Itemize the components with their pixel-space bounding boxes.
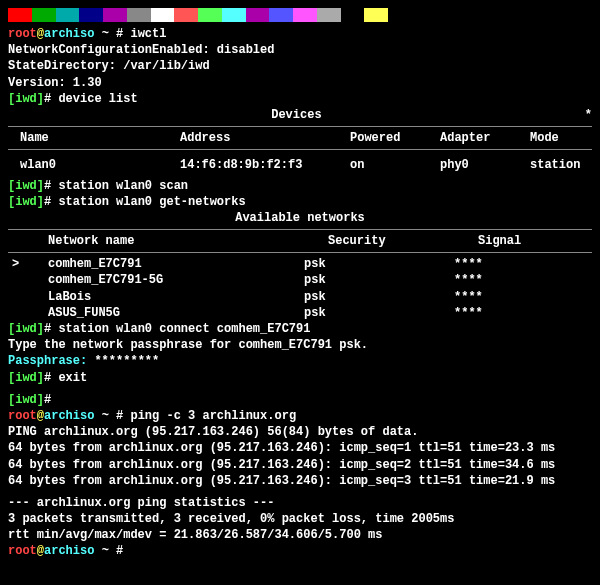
net-name: LaBois bbox=[32, 289, 304, 305]
network-row: ASUS_FUN5Gpsk**** bbox=[8, 305, 592, 321]
ping-reply: 64 bytes from archlinux.org (95.217.163.… bbox=[8, 473, 592, 489]
sym: # bbox=[116, 27, 130, 41]
device-headers: Name Address Powered Adapter Mode bbox=[8, 130, 592, 146]
passphrase-label: Passphrase: bbox=[8, 354, 94, 368]
cmd: station wlan0 get-networks bbox=[58, 195, 245, 209]
ping-reply: 64 bytes from archlinux.org (95.217.163.… bbox=[8, 457, 592, 473]
passphrase-prompt: Type the network passphrase for comhem_E… bbox=[8, 337, 592, 353]
prompt-line-final[interactable]: root@archiso ~ # bbox=[8, 543, 592, 559]
net-security: psk bbox=[304, 289, 454, 305]
col-adapter: Adapter bbox=[440, 130, 530, 146]
network-headers: Network name Security Signal bbox=[8, 233, 592, 249]
asterisk-icon: * bbox=[585, 107, 592, 123]
col-mode: Mode bbox=[530, 130, 559, 146]
config-line: NetworkConfigurationEnabled: disabled bbox=[8, 42, 592, 58]
host: archiso bbox=[44, 27, 94, 41]
iwd-label: iwd bbox=[15, 92, 37, 106]
ping-stats: 3 packets transmitted, 3 received, 0% pa… bbox=[8, 511, 592, 527]
cmd: device list bbox=[58, 92, 137, 106]
rule bbox=[8, 229, 592, 230]
rule bbox=[8, 126, 592, 127]
selector-icon bbox=[8, 289, 32, 305]
selector-icon: > bbox=[8, 256, 32, 272]
col-name: Name bbox=[8, 130, 180, 146]
ping-stats-header: --- archlinux.org ping statistics --- bbox=[8, 495, 592, 511]
col-netname: Network name bbox=[8, 233, 328, 249]
ping-header: PING archlinux.org (95.217.163.246) 56(8… bbox=[8, 424, 592, 440]
net-name: comhem_E7C791-5G bbox=[32, 272, 304, 288]
col-powered: Powered bbox=[350, 130, 440, 146]
cmd: station wlan0 scan bbox=[58, 179, 188, 193]
col-address: Address bbox=[180, 130, 350, 146]
prompt-line-iwctl[interactable]: root@archiso ~ # iwctl bbox=[8, 26, 592, 42]
cmd: ping -c 3 archlinux.org bbox=[130, 409, 296, 423]
iwd-prompt-empty[interactable]: [iwd]# bbox=[8, 392, 592, 408]
rule bbox=[8, 149, 592, 150]
selector-icon bbox=[8, 305, 32, 321]
net-signal: **** bbox=[454, 305, 483, 321]
cmd: station wlan0 connect comhem_E7C791 bbox=[58, 322, 310, 336]
ping-reply: 64 bytes from archlinux.org (95.217.163.… bbox=[8, 440, 592, 456]
net-security: psk bbox=[304, 256, 454, 272]
net-signal: **** bbox=[454, 272, 483, 288]
dev-powered: on bbox=[350, 157, 440, 173]
iwd-prompt-exit[interactable]: [iwd]# exit bbox=[8, 370, 592, 386]
path: ~ bbox=[94, 27, 116, 41]
iwd-prompt-connect[interactable]: [iwd]# station wlan0 connect comhem_E7C7… bbox=[8, 321, 592, 337]
terminal-colorbar bbox=[8, 8, 388, 22]
config-line: Version: 1.30 bbox=[8, 75, 592, 91]
networks-title: Available networks bbox=[8, 210, 592, 226]
network-list: >comhem_E7C791psk**** comhem_E7C791-5Gps… bbox=[8, 256, 592, 321]
iwd-prompt-scan[interactable]: [iwd]# station wlan0 scan bbox=[8, 178, 592, 194]
ping-stats: rtt min/avg/max/mdev = 21.863/26.587/34.… bbox=[8, 527, 592, 543]
passphrase-line[interactable]: Passphrase: ********* bbox=[8, 353, 592, 369]
net-name: ASUS_FUN5G bbox=[32, 305, 304, 321]
device-row: wlan0 14:f6:d8:9b:f2:f3 on phy0 station bbox=[8, 153, 592, 177]
dev-adapter: phy0 bbox=[440, 157, 530, 173]
net-name: comhem_E7C791 bbox=[32, 256, 304, 272]
bracket: ] bbox=[37, 92, 44, 106]
dev-address: 14:f6:d8:9b:f2:f3 bbox=[180, 157, 350, 173]
cmd: exit bbox=[58, 371, 87, 385]
col-signal: Signal bbox=[478, 233, 521, 249]
net-security: psk bbox=[304, 305, 454, 321]
iwd-prompt-getnet[interactable]: [iwd]# station wlan0 get-networks bbox=[8, 194, 592, 210]
prompt-line-ping[interactable]: root@archiso ~ # ping -c 3 archlinux.org bbox=[8, 408, 592, 424]
network-row: LaBoispsk**** bbox=[8, 289, 592, 305]
user: root bbox=[8, 27, 37, 41]
passphrase-input[interactable]: ********* bbox=[94, 354, 159, 368]
net-signal: **** bbox=[454, 289, 483, 305]
network-row: >comhem_E7C791psk**** bbox=[8, 256, 592, 272]
config-line: StateDirectory: /var/lib/iwd bbox=[8, 58, 592, 74]
network-row: comhem_E7C791-5Gpsk**** bbox=[8, 272, 592, 288]
net-signal: **** bbox=[454, 256, 483, 272]
selector-icon bbox=[8, 272, 32, 288]
devices-title-row: Devices* bbox=[8, 107, 592, 123]
dev-name: wlan0 bbox=[8, 157, 180, 173]
dev-mode: station bbox=[530, 157, 580, 173]
at: @ bbox=[37, 27, 44, 41]
sym: # bbox=[44, 92, 58, 106]
cmd: iwctl bbox=[130, 27, 166, 41]
devices-title: Devices bbox=[8, 107, 585, 123]
col-security: Security bbox=[328, 233, 478, 249]
net-security: psk bbox=[304, 272, 454, 288]
iwd-prompt-device-list[interactable]: [iwd]# device list bbox=[8, 91, 592, 107]
rule bbox=[8, 252, 592, 253]
